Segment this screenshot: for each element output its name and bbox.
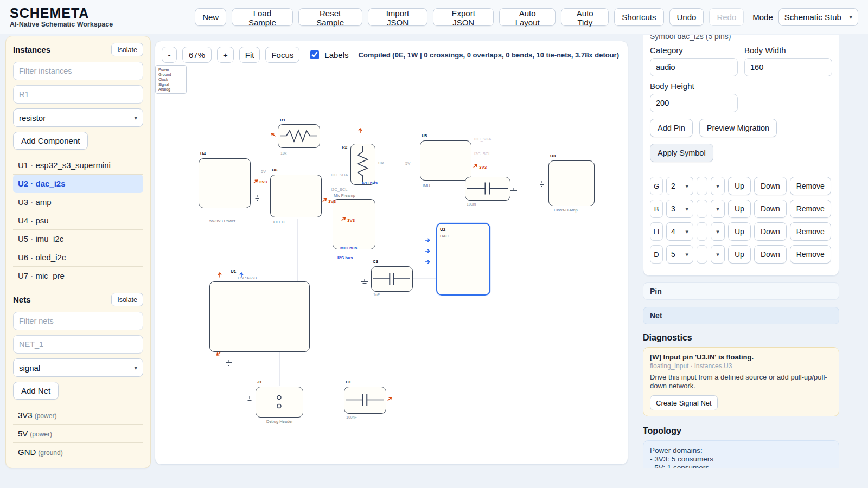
pin-name-input[interactable] <box>650 222 663 241</box>
filter-nets-input[interactable] <box>13 312 143 330</box>
component-r1[interactable] <box>278 124 320 148</box>
body-width-input[interactable] <box>744 58 832 76</box>
legend-item-clock: Clock <box>158 77 183 82</box>
category-input[interactable] <box>650 58 738 76</box>
component-capacitor[interactable] <box>465 177 510 201</box>
pin-name-input[interactable] <box>650 200 663 218</box>
focus-button[interactable]: Focus <box>265 47 299 63</box>
pin-number-value: 3 <box>671 204 675 213</box>
pin-up-button[interactable]: Up <box>728 200 751 218</box>
nets-isolate-button[interactable]: Isolate <box>111 293 143 306</box>
pin-down-button[interactable]: Down <box>754 200 787 218</box>
pin-name-input[interactable] <box>650 245 663 264</box>
component-u3[interactable] <box>548 160 595 206</box>
header-button-undo[interactable]: Undo <box>669 8 704 26</box>
pin-extra-input[interactable] <box>697 200 707 218</box>
header-button-auto-tidy[interactable]: Auto Tidy <box>561 8 609 26</box>
instance-item-u5-imu-i2c[interactable]: U5 · imu_i2c <box>13 230 143 248</box>
pin-up-button[interactable]: Up <box>728 245 751 264</box>
pin-extra-input[interactable] <box>697 222 707 241</box>
component-type-select[interactable]: resistor ▾ <box>13 108 143 127</box>
pin-down-button[interactable]: Down <box>754 222 787 241</box>
instances-isolate-button[interactable]: Isolate <box>111 43 143 56</box>
pin-side-select[interactable]: ▾ <box>711 222 725 241</box>
header-button-new[interactable]: New <box>195 8 226 26</box>
header-button-load-sample[interactable]: Load Sample <box>232 8 292 26</box>
instance-item-u1-esp32-s3-supermini[interactable]: U1 · esp32_s3_supermini <box>13 156 143 175</box>
instance-item-u3-amp[interactable]: U3 · amp <box>13 193 143 211</box>
add-net-button[interactable]: Add Net <box>13 382 59 400</box>
pin-up-button[interactable]: Up <box>728 222 751 241</box>
pin-up-button[interactable]: Up <box>728 177 751 195</box>
pin-remove-button[interactable]: Remove <box>790 200 831 218</box>
zoom-out-button[interactable]: - <box>162 47 177 63</box>
net-type-select[interactable]: signal ▾ <box>13 358 143 377</box>
pin-remove-button[interactable]: Remove <box>790 245 831 264</box>
component-c1[interactable] <box>344 387 386 414</box>
instance-item-u4-psu[interactable]: U4 · psu <box>13 211 143 230</box>
component-r2[interactable] <box>350 144 375 185</box>
pin-extra-input[interactable] <box>697 245 707 264</box>
pin-remove-button[interactable]: Remove <box>790 177 831 195</box>
pin-remove-button[interactable]: Remove <box>790 222 831 241</box>
pin-extra-input[interactable] <box>697 177 707 195</box>
net-arrow-icon <box>238 271 245 278</box>
instance-item-u7-mic-pre[interactable]: U7 · mic_pre <box>13 267 143 285</box>
pin-number-select[interactable]: 2▾ <box>666 177 693 195</box>
net-item-kind: (power) <box>35 412 57 420</box>
pin-number-select[interactable]: 5▾ <box>666 245 693 264</box>
net-item-gnd[interactable]: GND(ground) <box>13 443 143 461</box>
pin-number-select[interactable]: 3▾ <box>666 200 693 218</box>
component-u1[interactable] <box>209 281 310 352</box>
header-button-export-json[interactable]: Export JSON <box>433 8 494 26</box>
instance-item-u2-dac-i2s[interactable]: U2 · dac_i2s <box>13 175 143 193</box>
create-signal-net-button[interactable]: Create Signal Net <box>650 395 718 410</box>
chevron-down-icon: ▾ <box>685 229 688 235</box>
new-instance-name-input[interactable] <box>13 85 143 104</box>
section-pin-label: Pin <box>650 287 662 296</box>
labels-checkbox[interactable] <box>310 50 319 59</box>
filter-instances-input[interactable] <box>13 62 143 80</box>
net-item-3v3[interactable]: 3V3(power) <box>13 406 143 425</box>
net-arrow-icon <box>357 127 363 133</box>
add-pin-button[interactable]: Add Pin <box>650 119 693 137</box>
schematic-viewport[interactable]: PowerGroundClockSignalAnalogR1R2U4U6U5U3… <box>155 41 628 464</box>
component-u6[interactable] <box>270 175 322 217</box>
new-net-name-input[interactable] <box>13 335 143 354</box>
zoom-in-button[interactable]: + <box>217 47 234 63</box>
section-pin[interactable]: Pin <box>643 282 839 300</box>
instance-item-u6-oled-i2c[interactable]: U6 · oled_i2c <box>13 248 143 267</box>
diagnostic-warning-card: [W] Input pin 'U3.IN' is floating. float… <box>643 347 839 416</box>
pin-side-select[interactable]: ▾ <box>711 177 725 195</box>
component-u7[interactable] <box>333 199 375 249</box>
zoom-level-display[interactable]: 67% <box>182 47 212 63</box>
pin-side-select[interactable]: ▾ <box>711 245 725 264</box>
header-button-shortcuts[interactable]: Shortcuts <box>614 8 663 26</box>
apply-symbol-button[interactable]: Apply Symbol <box>650 144 713 162</box>
component-c3[interactable] <box>371 266 413 292</box>
pin-down-button[interactable]: Down <box>754 177 787 195</box>
ref-designator: U5 <box>422 133 427 138</box>
header-button-redo[interactable]: Redo <box>709 8 744 26</box>
component-label: DAC <box>440 234 449 239</box>
pin-number-select[interactable]: 4▾ <box>666 222 693 241</box>
pin-side-select[interactable]: ▾ <box>711 200 725 218</box>
preview-migration-button[interactable]: Preview Migration <box>699 119 777 137</box>
header-button-auto-layout[interactable]: Auto Layout <box>499 8 556 26</box>
component-u5[interactable] <box>420 140 471 181</box>
component-u4[interactable] <box>199 158 251 208</box>
net-item-i2s-bclk[interactable]: I2S_BCLK(clock) <box>13 461 143 468</box>
header-button-import-json[interactable]: Import JSON <box>368 8 428 26</box>
symbol-editor-card: Symbol dac_i2s (5 pins) Category Body Wi… <box>643 35 839 276</box>
add-component-button[interactable]: Add Component <box>13 132 88 150</box>
pin-name-input[interactable] <box>650 177 663 195</box>
net-item-5v[interactable]: 5V(power) <box>13 425 143 443</box>
header-button-reset-sample[interactable]: Reset Sample <box>298 8 362 26</box>
component-j1[interactable] <box>256 387 303 418</box>
mode-select[interactable]: Schematic Stub ▾ <box>778 8 858 26</box>
bus-net-label: I2S bus <box>337 255 353 260</box>
pin-down-button[interactable]: Down <box>754 245 787 264</box>
fit-button[interactable]: Fit <box>239 47 260 63</box>
body-height-input[interactable] <box>650 94 738 112</box>
section-net[interactable]: Net <box>643 307 839 324</box>
